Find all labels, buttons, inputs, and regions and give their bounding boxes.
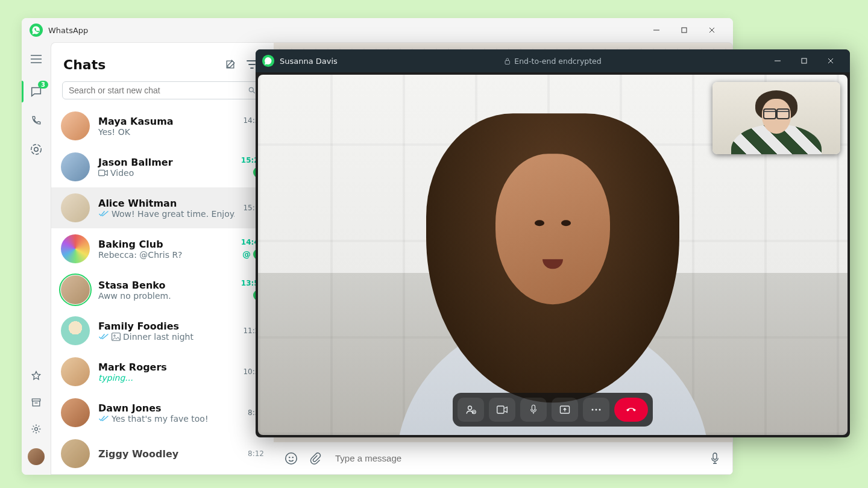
rail-starred-button[interactable] — [29, 369, 43, 383]
message-input[interactable] — [333, 448, 697, 468]
avatar — [61, 193, 90, 222]
rail-calls-button[interactable] — [29, 113, 43, 128]
add-participant-button[interactable] — [458, 398, 484, 422]
chat-item[interactable]: Alice Whitman Wow! Have great time. Enjo… — [51, 187, 274, 228]
end-call-button[interactable] — [614, 398, 648, 422]
avatar — [61, 357, 90, 386]
svg-point-23 — [599, 409, 601, 411]
svg-point-8 — [114, 334, 116, 336]
chat-name: Stasa Benko — [98, 280, 233, 291]
svg-point-10 — [289, 456, 290, 457]
call-controls — [453, 393, 653, 427]
call-titlebar: Susanna Davis End-to-end endcrypted — [256, 49, 850, 72]
read-ticks-icon — [98, 333, 109, 340]
app-title: WhatsApp — [48, 26, 88, 35]
call-minimize-button[interactable] — [764, 49, 791, 72]
new-chat-button[interactable] — [221, 55, 240, 74]
chat-item[interactable]: Family Foodies Dinner last night 11:27 — [51, 310, 274, 351]
encryption-label: End-to-end endcrypted — [504, 57, 602, 66]
chat-preview: Dinner last night — [98, 332, 234, 342]
rail-archive-button[interactable] — [29, 395, 43, 410]
toggle-video-button[interactable] — [489, 398, 515, 422]
video-call-window: Susanna Davis End-to-end endcrypted — [256, 49, 850, 437]
toggle-mic-button[interactable] — [520, 398, 547, 422]
minimize-button[interactable] — [643, 18, 670, 42]
chat-preview: Video — [98, 168, 233, 178]
chat-name: Maya Kasuma — [98, 116, 234, 127]
read-ticks-icon — [98, 415, 109, 422]
whatsapp-logo-icon — [29, 23, 43, 37]
avatar — [61, 439, 90, 468]
svg-point-22 — [596, 409, 597, 411]
chat-preview: Wow! Have great time. Enjoy. — [98, 209, 234, 219]
maximize-button[interactable] — [670, 18, 698, 42]
svg-rect-14 — [505, 60, 509, 64]
rail-bottom — [28, 369, 45, 475]
svg-point-2 — [31, 145, 42, 155]
chat-name: Dawn Jones — [98, 402, 239, 414]
chat-name: Ziggy Woodley — [98, 448, 239, 460]
share-screen-button[interactable] — [552, 398, 578, 422]
chat-list[interactable]: Maya Kasuma Yes! OK 14:55 Jason Ballmer — [51, 105, 274, 474]
chat-item[interactable]: Jason Ballmer Video 15:27 3 — [51, 146, 274, 187]
emoji-button[interactable] — [285, 452, 298, 465]
more-options-button[interactable] — [583, 398, 609, 422]
chat-name: Jason Ballmer — [98, 157, 233, 168]
svg-rect-1 — [682, 28, 687, 33]
lock-icon — [504, 57, 511, 65]
chat-name: Alice Whitman — [98, 198, 234, 209]
call-close-button[interactable] — [817, 49, 844, 72]
svg-point-21 — [592, 409, 594, 411]
attach-button[interactable] — [309, 452, 322, 465]
nav-rail: 3 — [22, 42, 51, 475]
svg-rect-19 — [532, 405, 535, 410]
svg-point-5 — [249, 87, 253, 92]
mention-icon: @ — [242, 249, 251, 259]
svg-point-4 — [35, 428, 38, 431]
search-field[interactable] — [62, 81, 263, 99]
chat-item[interactable]: Maya Kasuma Yes! OK 14:55 — [51, 105, 274, 146]
avatar — [61, 234, 90, 263]
chat-preview: typing... — [98, 373, 234, 383]
call-window-controls — [764, 49, 844, 72]
video-icon — [98, 169, 108, 177]
svg-point-9 — [286, 452, 297, 463]
svg-rect-12 — [713, 453, 717, 460]
whatsapp-logo-icon — [262, 54, 275, 67]
rail-menu-button[interactable] — [29, 52, 43, 66]
svg-point-11 — [292, 456, 294, 457]
chat-item[interactable]: Mark Rogers typing... 10:59 — [51, 351, 274, 392]
chat-item[interactable]: Ziggy Woodley 8:12 — [51, 433, 274, 474]
rail-status-button[interactable] — [29, 142, 43, 157]
avatar — [61, 152, 90, 181]
chat-list-panel: Chats Maya Kasuma Yes! OK — [51, 42, 274, 475]
rail-chats-button[interactable]: 3 — [29, 84, 43, 99]
rail-profile-avatar[interactable] — [28, 448, 45, 465]
svg-point-3 — [34, 148, 38, 151]
chat-item[interactable]: Stasa Benko Aww no problem. 13:59 2 — [51, 269, 274, 310]
image-icon — [112, 333, 121, 341]
search-input[interactable] — [69, 86, 248, 95]
chat-preview: Yes! OK — [98, 127, 234, 137]
chat-preview: Aww no problem. — [98, 291, 233, 301]
self-preview[interactable] — [712, 82, 840, 154]
rail-settings-button[interactable] — [29, 422, 43, 436]
chat-name: Mark Rogers — [98, 361, 234, 373]
svg-rect-18 — [497, 406, 504, 413]
rail-chats-badge: 3 — [38, 81, 48, 89]
call-stage — [258, 75, 848, 435]
read-ticks-icon — [98, 210, 109, 217]
chat-time: 8:12 — [248, 449, 264, 458]
call-maximize-button[interactable] — [791, 49, 817, 72]
chat-item[interactable]: Baking Club Rebecca: @Chris R? 14:44 @ 1 — [51, 228, 274, 269]
svg-point-16 — [468, 406, 472, 410]
chat-name: Family Foodies — [98, 321, 234, 332]
window-controls — [643, 18, 726, 42]
chat-preview: Rebecca: @Chris R? — [98, 250, 233, 260]
call-peer-name: Susanna Davis — [280, 57, 338, 66]
chat-item[interactable]: Dawn Jones Yes that's my fave too! 8:33 — [51, 392, 274, 433]
chat-list-heading: Chats — [63, 57, 218, 72]
mic-button[interactable] — [708, 452, 722, 465]
close-button[interactable] — [698, 18, 726, 42]
svg-rect-15 — [802, 58, 807, 63]
